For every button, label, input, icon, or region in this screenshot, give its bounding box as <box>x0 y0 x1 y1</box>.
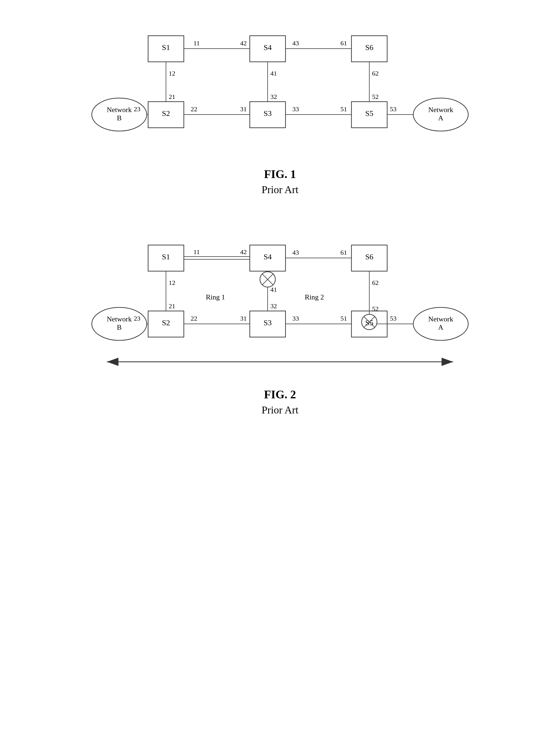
fig2-title: FIG. 2 <box>33 388 527 401</box>
fig2-node-s1-label: S1 <box>162 253 170 261</box>
fig2-link-label-12: 12 <box>169 279 175 286</box>
network-a-label-1: Network <box>428 106 453 114</box>
node-s4-label: S4 <box>264 43 272 52</box>
fig2-section: S1 S4 S6 S2 S3 S5 Network B Network A <box>33 226 527 432</box>
fig1-section: S1 S4 S6 S2 S3 S5 Network B Network A <box>33 16 527 212</box>
fig2-link-label-53: 53 <box>390 315 397 322</box>
node-s2-label: S2 <box>162 109 170 118</box>
node-s1-label: S1 <box>162 43 170 52</box>
fig2-link-label-51: 51 <box>340 315 347 322</box>
node-s5-label: S5 <box>365 109 374 118</box>
fig2-link-label-32: 32 <box>270 302 277 310</box>
fig1-svg: S1 S4 S6 S2 S3 S5 Network B Network A <box>33 16 527 159</box>
link-label-12: 12 <box>169 70 175 77</box>
fig2-node-s2-label: S2 <box>162 318 170 327</box>
fig2-network-b-label-1: Network <box>107 315 132 323</box>
fig2-link-label-42: 42 <box>240 248 247 256</box>
link-label-41: 41 <box>270 70 277 77</box>
fig2-link-label-33: 33 <box>292 315 299 322</box>
fig2-link-label-23: 23 <box>134 315 140 322</box>
link-label-53: 53 <box>390 106 397 113</box>
fig1-subtitle: Prior Art <box>33 183 527 195</box>
fig2-ring1-label: Ring 1 <box>206 293 225 301</box>
fig1-title: FIG. 1 <box>33 168 527 181</box>
fig2-link-label-61: 61 <box>340 249 347 256</box>
link-label-43: 43 <box>292 39 299 47</box>
node-s6-label: S6 <box>365 43 374 52</box>
fig2-link-label-43: 43 <box>292 249 299 256</box>
fig2-node-s4-label: S4 <box>264 253 272 261</box>
link-label-11: 11 <box>193 39 200 47</box>
fig2-link-label-11: 11 <box>193 248 200 256</box>
link-label-32: 32 <box>270 93 277 100</box>
fig2-link-label-21: 21 <box>169 302 175 310</box>
link-label-21: 21 <box>169 93 175 100</box>
fig2-network-a-label-1: Network <box>428 315 453 323</box>
link-label-33: 33 <box>292 106 299 113</box>
fig2-network-b-label-2: B <box>117 323 121 331</box>
link-label-51: 51 <box>340 106 347 113</box>
link-label-22: 22 <box>191 106 197 113</box>
node-s3-label: S3 <box>264 109 272 118</box>
link-label-62: 62 <box>372 70 379 77</box>
fig2-ring2-label: Ring 2 <box>305 293 324 301</box>
fig2-link-label-22: 22 <box>191 315 197 322</box>
fig2-link-label-41: 41 <box>270 286 277 293</box>
network-b-label-1: Network <box>107 106 132 114</box>
fig2-node-s5-label: S5 <box>365 318 374 327</box>
fig2-link-label-31: 31 <box>240 315 247 322</box>
fig2-node-s6-label: S6 <box>365 253 374 261</box>
fig2-network-a-label-2: A <box>438 323 443 331</box>
fig2-subtitle: Prior Art <box>33 404 527 416</box>
link-label-52: 52 <box>372 93 379 100</box>
page: S1 S4 S6 S2 S3 S5 Network B Network A <box>0 0 560 739</box>
network-a-label-2: A <box>438 114 443 122</box>
fig2-link-label-52: 52 <box>372 305 379 312</box>
link-label-42: 42 <box>240 39 247 47</box>
fig2-link-label-62: 62 <box>372 279 379 286</box>
link-label-31: 31 <box>240 106 247 113</box>
network-b-label-2: B <box>117 114 121 122</box>
fig2-svg: S1 S4 S6 S2 S3 S5 Network B Network A <box>33 226 527 380</box>
link-label-61: 61 <box>340 39 347 47</box>
fig2-node-s3-label: S3 <box>264 318 272 327</box>
link-label-23: 23 <box>134 106 140 113</box>
